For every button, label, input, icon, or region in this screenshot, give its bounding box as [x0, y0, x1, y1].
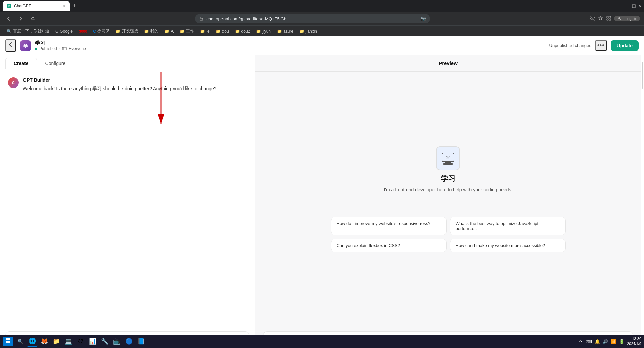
- left-panel: Create Configure G: [0, 55, 255, 348]
- taskbar-time-display: 13:30: [627, 336, 641, 341]
- bookmark-baidu[interactable]: 🔍 百度一下，你就知道: [4, 27, 52, 35]
- svg-rect-20: [443, 164, 453, 164]
- bookmark-dou[interactable]: 📁 dou: [213, 28, 232, 34]
- bookmark-icon-folder10: 📁: [299, 29, 304, 34]
- svg-rect-28: [8, 341, 10, 343]
- url-text[interactable]: chat.openai.com/gpts/editor/g-MQzF5iGbL: [206, 16, 289, 21]
- back-button[interactable]: [4, 14, 13, 23]
- tab-configure[interactable]: Configure: [37, 58, 74, 69]
- svg-rect-25: [6, 338, 8, 340]
- svg-text:G: G: [12, 81, 15, 85]
- browser-action-buttons: Incognito: [590, 16, 640, 22]
- taskbar-right: ⌨ 🔔 🔊 📶 🔋 13:30 2024/1/9: [578, 336, 641, 347]
- taskbar-icon-tray5: 🔋: [619, 339, 624, 344]
- taskbar-chrome[interactable]: 🌐: [27, 336, 38, 347]
- close-window-button[interactable]: ×: [638, 3, 641, 9]
- svg-rect-3: [607, 16, 608, 18]
- bookmark-icon-c: C: [93, 29, 96, 34]
- scrollbar-thumb: [642, 62, 643, 89]
- reload-button[interactable]: [28, 14, 38, 23]
- bookmark-work[interactable]: 📁 工作: [177, 27, 197, 35]
- tab-close-button[interactable]: ×: [63, 3, 66, 9]
- browser-tab-bar: C ChatGPT × + ─ □ ×: [0, 0, 644, 12]
- bookmark-icon-folder4: 📁: [180, 29, 185, 34]
- builder-message: G GPT Builder Welcome back! Is there any…: [8, 77, 247, 92]
- bookmark-jiyun[interactable]: 📁 jiyun: [253, 28, 274, 34]
- bookmark-label-my: 我的: [150, 28, 158, 34]
- extensions-icon[interactable]: [606, 16, 611, 22]
- back-to-gpts-button[interactable]: [5, 39, 16, 52]
- gpt-name-label: 学习: [35, 40, 86, 46]
- eyeoff-icon: [590, 16, 595, 22]
- taskbar-app4[interactable]: 🔵: [123, 336, 134, 347]
- taskbar-app5[interactable]: 📘: [136, 336, 146, 347]
- bookmark-label-azure: azure: [283, 29, 293, 34]
- message-text: Welcome back! Is there anything 学习 shoul…: [23, 85, 247, 92]
- forward-button[interactable]: [16, 14, 26, 23]
- bookmark-google[interactable]: G Google: [53, 28, 76, 34]
- taskbar-terminal[interactable]: 💻: [63, 336, 74, 347]
- bookmark-dev[interactable]: 📁 开发链接: [113, 27, 141, 35]
- active-tab[interactable]: C ChatGPT ×: [3, 1, 70, 11]
- gpt-info: 学习 Published · Everyone: [35, 40, 86, 51]
- chip-4[interactable]: How can I make my website more accessibl…: [450, 239, 566, 252]
- taskbar-clock[interactable]: 13:30 2024/1/9: [627, 336, 641, 347]
- windows-taskbar: 🔍 🌐 🦊 📁 💻 🛡 📊 🔧 📺 🔵 📘 ⌨ 🔔 🔊 📶 🔋 13:30 20…: [0, 335, 644, 348]
- taskbar-icon-tray2: 🔔: [595, 339, 600, 344]
- suggestion-chips: How do I improve my website's responsive…: [331, 217, 566, 252]
- bookmark-a[interactable]: 📁 A: [162, 28, 176, 34]
- chip-1-text: How do I improve my website's responsive…: [337, 221, 431, 226]
- builder-avatar: G: [8, 77, 19, 88]
- taskbar-shield[interactable]: 🛡: [75, 336, 86, 347]
- minimize-button[interactable]: ─: [626, 3, 630, 9]
- bookmark-xu[interactable]: C 徐同保: [91, 27, 112, 35]
- svg-rect-10: [62, 47, 66, 50]
- preview-label: Preview: [439, 60, 458, 66]
- bookmark-jianxin[interactable]: 📁 jianxin: [297, 28, 320, 34]
- bookmark-le[interactable]: 📁 le: [197, 28, 212, 34]
- update-button[interactable]: Update: [611, 40, 639, 51]
- bookmark-icon-folder3: 📁: [164, 29, 169, 34]
- right-scrollbar[interactable]: [641, 55, 644, 348]
- gpt-avatar: 学: [20, 40, 31, 51]
- bookmark-my[interactable]: 📁 我的: [141, 27, 161, 35]
- address-bar[interactable]: chat.openai.com/gpts/editor/g-MQzF5iGbL …: [195, 14, 430, 23]
- preview-gpt-avatar: 写: [436, 146, 460, 170]
- incognito-label: Incognito: [622, 17, 637, 21]
- maximize-button[interactable]: □: [632, 3, 636, 9]
- taskbar-firefox[interactable]: 🦊: [39, 336, 50, 347]
- taskbar-search[interactable]: 🔍: [15, 336, 26, 347]
- message-body: GPT Builder Welcome back! Is there anyth…: [23, 77, 247, 92]
- taskbar-app2[interactable]: 🔧: [99, 336, 110, 347]
- tab-create[interactable]: Create: [5, 58, 37, 69]
- tab-bar: Create Configure: [0, 55, 255, 69]
- chip-2[interactable]: What's the best way to optimize JavaScri…: [450, 217, 566, 235]
- unpublished-changes-text: Unpublished changes: [549, 43, 591, 48]
- dot-separator: ·: [59, 46, 60, 51]
- status-indicator: [35, 48, 37, 50]
- bookmark-label-xu: 徐同保: [97, 28, 109, 34]
- header-right: Unpublished changes ••• Update: [549, 40, 639, 51]
- address-bar-row: chat.openai.com/gpts/editor/g-MQzF5iGbL …: [0, 12, 644, 25]
- bookmark-3000[interactable]: 3000: [76, 28, 90, 34]
- taskbar-files[interactable]: 📁: [51, 336, 62, 347]
- bookmark-icon-folder: 📁: [115, 29, 120, 34]
- start-button[interactable]: [3, 337, 13, 346]
- new-tab-button[interactable]: +: [72, 3, 76, 10]
- tab-create-label: Create: [14, 61, 29, 66]
- chip-2-text: What's the best way to optimize JavaScri…: [456, 221, 539, 231]
- svg-text:学: 学: [23, 43, 28, 48]
- taskbar-app1[interactable]: 📊: [87, 336, 98, 347]
- taskbar-icon-tray4: 📶: [611, 339, 616, 344]
- bookmark-azure[interactable]: 📁 azure: [274, 28, 296, 34]
- svg-rect-4: [609, 16, 611, 18]
- bookmark-label-work: 工作: [186, 28, 194, 34]
- more-options-button[interactable]: •••: [595, 40, 607, 51]
- bookmark-icon-folder8: 📁: [256, 29, 261, 34]
- gpt-status: Published · Everyone: [35, 46, 86, 51]
- bookmark-dou2[interactable]: 📁 dou2: [232, 28, 253, 34]
- chip-1[interactable]: How do I improve my website's responsive…: [331, 217, 447, 235]
- chip-3[interactable]: Can you explain flexbox in CSS?: [331, 239, 447, 252]
- star-icon[interactable]: [598, 16, 603, 22]
- taskbar-app3[interactable]: 📺: [111, 336, 122, 347]
